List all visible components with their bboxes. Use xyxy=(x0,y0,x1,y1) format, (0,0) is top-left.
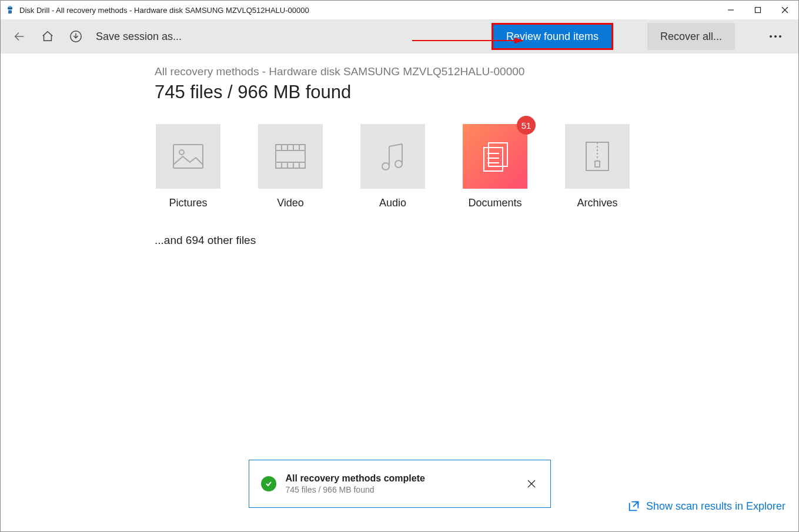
toolbar: Save session as... Review found items Re… xyxy=(1,19,798,53)
category-pictures[interactable]: Pictures xyxy=(155,124,222,209)
audio-icon xyxy=(360,124,425,189)
documents-badge: 51 xyxy=(517,116,536,135)
check-icon xyxy=(261,476,276,491)
category-label: Audio xyxy=(379,197,406,209)
download-icon[interactable] xyxy=(68,28,84,45)
toast-subtitle: 745 files / 966 MB found xyxy=(286,485,515,494)
main-content: All recovery methods - Hardware disk SAM… xyxy=(1,53,798,247)
svg-point-11 xyxy=(774,35,777,38)
svg-rect-41 xyxy=(595,161,600,167)
show-in-explorer-link[interactable]: Show scan results in Explorer xyxy=(627,500,785,513)
svg-rect-34 xyxy=(484,148,503,171)
show-in-explorer-label: Show scan results in Explorer xyxy=(646,500,785,513)
breadcrumb: All recovery methods - Hardware disk SAM… xyxy=(155,65,798,78)
svg-rect-2 xyxy=(8,8,12,9)
review-found-items-button[interactable]: Review found items xyxy=(492,23,613,50)
svg-point-12 xyxy=(779,35,781,38)
svg-point-28 xyxy=(382,163,389,170)
completion-toast: All recovery methods complete 745 files … xyxy=(249,460,551,508)
back-icon[interactable] xyxy=(11,28,28,45)
svg-rect-17 xyxy=(276,145,305,168)
more-options-button[interactable] xyxy=(762,23,789,50)
svg-point-16 xyxy=(179,150,184,155)
svg-rect-1 xyxy=(8,11,12,14)
open-external-icon xyxy=(627,500,640,513)
window-title: Disk Drill - All recovery methods - Hard… xyxy=(19,6,717,15)
maximize-button[interactable] xyxy=(744,1,771,19)
app-icon xyxy=(5,5,15,15)
toast-title: All recovery methods complete xyxy=(286,473,515,484)
minimize-button[interactable] xyxy=(717,1,744,19)
home-icon[interactable] xyxy=(39,28,56,45)
category-video[interactable]: Video xyxy=(257,124,324,209)
category-label: Documents xyxy=(468,197,521,209)
pictures-icon xyxy=(156,124,220,189)
svg-point-29 xyxy=(395,160,402,168)
video-icon xyxy=(258,124,323,189)
svg-point-10 xyxy=(770,35,772,38)
category-audio[interactable]: Audio xyxy=(359,124,426,209)
titlebar: Disk Drill - All recovery methods - Hard… xyxy=(1,1,798,19)
toast-close-button[interactable] xyxy=(524,477,539,491)
archives-icon xyxy=(565,124,630,189)
category-archives[interactable]: Archives xyxy=(564,124,631,209)
results-headline: 745 files / 966 MB found xyxy=(155,82,798,103)
svg-line-32 xyxy=(389,144,402,146)
svg-rect-4 xyxy=(755,8,761,13)
category-label: Archives xyxy=(577,197,617,209)
category-label: Pictures xyxy=(169,197,207,209)
category-row: Pictures Video Audio 51 Documents xyxy=(155,124,798,209)
svg-rect-15 xyxy=(173,145,203,168)
save-session-button[interactable]: Save session as... xyxy=(96,31,182,43)
close-button[interactable] xyxy=(771,1,798,19)
category-documents[interactable]: 51 Documents xyxy=(462,124,529,209)
window-controls xyxy=(717,1,798,19)
svg-line-44 xyxy=(633,502,638,507)
documents-icon: 51 xyxy=(463,124,527,189)
category-label: Video xyxy=(277,197,304,209)
other-files-text: ...and 694 other files xyxy=(155,234,798,247)
recover-all-button[interactable]: Recover all... xyxy=(647,23,735,50)
